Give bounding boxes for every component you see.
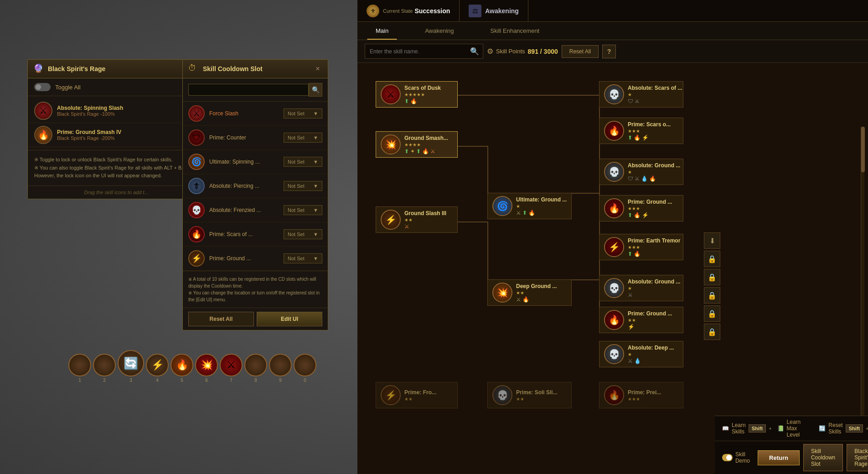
bsr-skill-info-2: Prime: Ground Smash IV Black Spirit's Ra… xyxy=(57,129,189,141)
hotbar-icon-5[interactable]: 🔥 xyxy=(170,354,193,376)
skill-search-input[interactable] xyxy=(365,46,466,57)
side-btn-lock-5[interactable]: 🔒 xyxy=(704,324,720,340)
scd-skill-item-6[interactable]: 🔥 Prime: Scars of ... Not Set ▼ xyxy=(183,222,328,247)
node-ground-smash[interactable]: 💥 Ground Smash... ★★★★ ⬆ ✦ ⬆ 🔥 ⚔ xyxy=(376,131,458,158)
node-icons-prime-scars: ⬆ 🔥 ⚡ xyxy=(628,134,678,141)
scd-name-6: Prime: Scars of ... xyxy=(209,231,284,237)
connector-4 xyxy=(487,146,488,193)
node-scars-of-dusk[interactable]: ⚔ Scars of Dusk ★★★★★ ⬆ 🔥 xyxy=(376,81,458,108)
scd-skill-item-3[interactable]: 🌀 Ultimate: Spinning ... Not Set ▼ xyxy=(183,150,328,174)
hotbar-slot-0: 0 xyxy=(294,354,316,383)
scd-dropdown-3[interactable]: Not Set ▼ xyxy=(284,157,322,167)
bsr-skill-item-1[interactable]: ⚔ Absolute: Spinning Slash Black Spirit'… xyxy=(28,99,205,123)
node-deep-ground[interactable]: 💥 Deep Ground ... ★★ ⚔ 🔥 xyxy=(487,279,572,306)
scd-dropdown-4[interactable]: Not Set ▼ xyxy=(284,181,322,191)
scd-search-input[interactable] xyxy=(188,84,309,96)
scd-skill-item-4[interactable]: 🗡 Absolute: Piercing ... Not Set ▼ xyxy=(183,174,328,198)
side-btn-lock-2[interactable]: 🔒 xyxy=(704,269,720,285)
scd-icon-3: 🌀 xyxy=(188,154,205,170)
scd-header-icon: ⏱ xyxy=(188,63,199,74)
scd-dropdown-1[interactable]: Not Set ▼ xyxy=(284,108,322,118)
skill-tree-area[interactable]: ⚔ Scars of Dusk ★★★★★ ⬆ 🔥 💀 Absolute: Sc… xyxy=(357,63,868,474)
scd-reset-button[interactable]: Reset All xyxy=(188,312,254,326)
node-info-absolute-ground2: Absolute: Ground ... ★ ⚔ xyxy=(628,278,680,298)
scd-dropdown-5[interactable]: Not Set ▼ xyxy=(284,205,322,215)
node-stars-ground-smash: ★★★★ xyxy=(404,142,453,147)
hotbar-icon-7[interactable]: ⚔ xyxy=(220,354,243,376)
scd-skill-item-5[interactable]: 💀 Absolute: Frenzied ... Not Set ▼ xyxy=(183,198,328,222)
scd-icon-5: 💀 xyxy=(188,202,205,218)
scd-name-5: Absolute: Frenzied ... xyxy=(209,207,284,213)
side-btn-lock-1[interactable]: 🔒 xyxy=(704,251,720,267)
skill-cooldown-slot-button[interactable]: Skill Cooldown Slot xyxy=(803,444,843,471)
scd-edit-ui-button[interactable]: Edit UI xyxy=(257,312,322,326)
hotbar-num-2: 2 xyxy=(103,378,106,383)
node-absolute-scars[interactable]: 💀 Absolute: Scars of ... ★ 🛡 ⚔ xyxy=(599,81,683,108)
hotbar-slot-3: 🔄 3 xyxy=(118,350,144,383)
scd-dropdown-7[interactable]: Not Set ▼ xyxy=(284,253,322,263)
node-absolute-ground[interactable]: 💀 Absolute: Ground ... ★ 🛡 ⚔ 💧 🔥 xyxy=(599,159,683,185)
node-info-ground-smash: Ground Smash... ★★★★ ⬆ ✦ ⬆ 🔥 ⚔ xyxy=(404,135,453,155)
scd-close-button[interactable]: × xyxy=(313,64,322,73)
scd-dropdown-2[interactable]: Not Set ▼ xyxy=(284,133,322,143)
reset-all-button[interactable]: Reset All xyxy=(562,45,599,58)
hotbar-icon-9[interactable] xyxy=(269,354,292,376)
node-stars-ground-slash: ★★ xyxy=(404,217,453,222)
connector-2 xyxy=(458,146,487,147)
hotbar-icon-1[interactable] xyxy=(68,354,91,376)
side-btn-lock-3[interactable]: 🔒 xyxy=(704,287,720,304)
demo-switch[interactable] xyxy=(722,454,733,461)
bsr-skill-item-2[interactable]: 🔥 Prime: Ground Smash IV Black Spirit's … xyxy=(28,123,205,147)
node-prime-scars[interactable]: 🔥 Prime: Scars o... ★★★ ⬆ 🔥 ⚡ xyxy=(599,118,683,144)
skill-demo-toggle[interactable]: Skill Demo xyxy=(722,451,754,464)
node-bottom-3[interactable]: 🔥 Prime: Prei... ★★★ xyxy=(599,382,683,408)
node-stars-scars-of-dusk: ★★★★★ xyxy=(404,92,453,97)
hotbar-icon-2[interactable] xyxy=(93,354,116,376)
side-btn-download[interactable]: ⬇ xyxy=(704,232,720,249)
skill-search: 🔍 xyxy=(365,44,483,59)
scd-panel: ⏱ Skill Cooldown Slot × 🔍 ⚔ Force Slash … xyxy=(182,59,328,330)
scd-dropdown-6[interactable]: Not Set ▼ xyxy=(284,229,322,239)
side-btn-lock-4[interactable]: 🔒 xyxy=(704,305,720,322)
node-bottom-2[interactable]: 💀 Prime: Soli Sli... ★★ xyxy=(487,382,572,408)
scd-skill-item-2[interactable]: 🛡 Prime: Counter Not Set ▼ xyxy=(183,126,328,150)
hotbar-icon-4[interactable]: ⚡ xyxy=(146,354,169,376)
current-state-tab[interactable]: ⚜ Current State Succession xyxy=(357,0,460,21)
node-icons-absolute-scars: 🛡 ⚔ xyxy=(628,98,682,104)
hotbar-icon-6[interactable]: 💥 xyxy=(195,354,218,376)
node-bottom-1[interactable]: ⚡ Prime: Fro... ★★ xyxy=(376,382,458,408)
right-scrollbar[interactable] xyxy=(861,127,864,428)
hotbar-icon-3[interactable]: 🔄 xyxy=(118,350,144,376)
return-button[interactable]: Return xyxy=(758,450,800,465)
scroll-thumb[interactable] xyxy=(861,127,865,172)
help-button[interactable]: ? xyxy=(602,45,616,58)
learn-skills-label: Learn Skills xyxy=(732,422,746,435)
node-icon-absolute-scars: 💀 xyxy=(604,84,624,104)
action-learn-max: 📗 Learn Max Level xyxy=(777,419,801,438)
hotbar-icon-0[interactable] xyxy=(294,354,316,376)
scd-search-button[interactable]: 🔍 xyxy=(309,83,322,97)
scd-skill-item-7[interactable]: ⚡ Prime: Ground ... Not Set ▼ xyxy=(183,247,328,271)
node-absolute-deep[interactable]: 💀 Absolute: Deep ... ★ ⚔ 💧 xyxy=(599,341,683,367)
skill-points-value: 891 / 3000 xyxy=(528,48,558,55)
bsr-bottom-button[interactable]: Black Spirit's Rage xyxy=(847,444,868,471)
tab-main[interactable]: Main xyxy=(357,22,407,40)
node-ultimate-ground[interactable]: 🌀 Ultimate: Ground ... ★ ⚔ ⬆ 🔥 xyxy=(487,193,572,219)
node-absolute-ground2[interactable]: 💀 Absolute: Ground ... ★ ⚔ xyxy=(599,275,683,301)
node-ground-slash[interactable]: ⚡ Ground Slash III ★★ ⚔ xyxy=(376,206,458,233)
node-info-prime-earth-tremor: Prime: Earth Tremor ★★★ ⬆ 🔥 xyxy=(628,237,680,257)
node-prime-ground[interactable]: 🔥 Prime: Ground ... ★★★ ⬆ 🔥 ⚡ xyxy=(599,195,683,222)
node-prime-earth-tremor[interactable]: ⚡ Prime: Earth Tremor ★★★ ⬆ 🔥 xyxy=(599,234,683,260)
tab-awakening[interactable]: Awakening xyxy=(407,22,472,40)
skill-search-icon[interactable]: 🔍 xyxy=(466,44,483,58)
reset-skills-icon: 🔄 xyxy=(819,425,826,432)
hotbar-num-4: 4 xyxy=(156,378,159,383)
tab-skill-enhancement[interactable]: Skill Enhancement xyxy=(472,22,558,40)
node-name-ground-smash: Ground Smash... xyxy=(404,135,453,141)
hotbar-num-9: 9 xyxy=(279,378,282,383)
hotbar-icon-8[interactable] xyxy=(244,354,267,376)
toggle-all-switch[interactable] xyxy=(34,83,51,91)
scd-skill-item-1[interactable]: ⚔ Force Slash Not Set ▼ xyxy=(183,102,328,126)
awakening-tab[interactable]: ⚖ Awakening xyxy=(460,0,528,21)
node-prime-ground2[interactable]: 🔥 Prime: Ground ... ★★ ⚡ xyxy=(599,307,683,333)
